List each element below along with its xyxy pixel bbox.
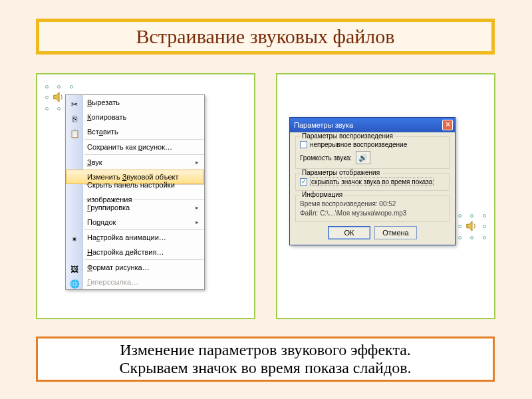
globe-icon: 🌐 [69,277,80,287]
checkbox-icon [300,141,307,148]
menu-order[interactable]: Порядок [66,215,204,229]
menu-custom-animation[interactable]: ✴ Настройка анимации… [66,230,204,245]
volume-button[interactable]: 🔊 [356,151,370,164]
page-title: Встраивание звуковых файлов [136,25,395,48]
dialog-title-text: Параметры звука [294,121,353,129]
menu-copy[interactable]: ⎘ Копировать [66,110,204,124]
sound-object-selected[interactable] [458,214,486,239]
speaker-small-icon: 🔊 [358,154,368,162]
checkbox-loop[interactable]: непрерывное воспроизведение [300,141,445,148]
checkbox-icon: ✓ [300,178,307,186]
menu-format-picture[interactable]: 🖼 Формат рисунка… [66,260,204,275]
menu-cut[interactable]: ✂ Вырезать [66,95,204,110]
cancel-button[interactable]: Отмена [374,226,417,239]
info-play-time: Время воспроизведения: 00:52 [300,200,445,209]
title-box: Встраивание звуковых файлов [36,19,495,55]
caption-line-2: Скрываем значок во время показа слайдов. [119,359,411,377]
menu-sound[interactable]: Звук [66,155,204,170]
menu-save-as-picture[interactable]: Сохранить как рисунок… [66,140,204,154]
caption-box: Изменение параметров звукового эффекта. … [36,336,495,382]
caption-line-1: Изменение параметров звукового эффекта. [120,341,411,359]
close-icon[interactable]: ✕ [442,120,453,130]
panel-context-menu: ✂ Вырезать ⎘ Копировать 📋 Вставить Сохра… [36,73,255,319]
group-playback-label: Параметры воспроизведения [300,132,395,140]
group-playback: Параметры воспроизведения непрерывное во… [295,136,450,169]
paste-icon: 📋 [69,126,80,137]
menu-hyperlink: 🌐 Гиперссылка… [66,275,204,289]
format-icon: 🖼 [69,262,80,273]
scissors-icon: ✂ [69,97,80,108]
menu-hide-picture-toolbar[interactable]: Скрыть панель настройки изображения [66,185,204,200]
checkbox-hide-icon[interactable]: ✓ скрывать значок звука во время показа [300,178,445,186]
context-menu: ✂ Вырезать ⎘ Копировать 📋 Вставить Сохра… [65,94,205,290]
group-info-label: Информация [300,191,344,198]
sound-options-dialog: Параметры звука ✕ Параметры воспроизведе… [289,117,456,245]
group-display-label: Параметры отображения [300,169,382,176]
menu-grouping[interactable]: Группировка [66,200,204,215]
group-display: Параметры отображения ✓ скрывать значок … [295,173,450,191]
ok-button[interactable]: ОК [328,226,370,239]
menu-paste[interactable]: 📋 Вставить [66,124,204,139]
speaker-icon [465,219,479,233]
panel-sound-dialog: Параметры звука ✕ Параметры воспроизведе… [276,73,495,319]
volume-label: Громкость звука: [300,154,352,162]
dialog-titlebar[interactable]: Параметры звука ✕ [290,118,455,132]
star-icon: ✴ [69,232,80,243]
info-file-path: Файл: C:\…\Моя музыка\море.mp3 [300,209,445,218]
menu-action-settings[interactable]: Настройка действия… [66,245,204,259]
speaker-icon [52,90,66,104]
group-info: Информация Время воспроизведения: 00:52 … [295,195,450,222]
copy-icon: ⎘ [69,112,80,122]
